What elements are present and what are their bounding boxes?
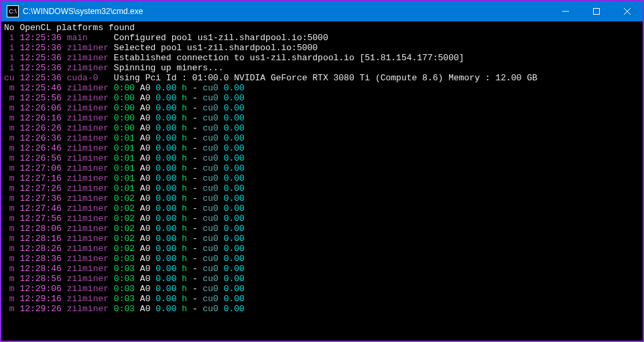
hashrate: 0.00 xyxy=(155,123,182,133)
elapsed: 0:03 xyxy=(114,264,140,274)
elapsed: 0:02 xyxy=(114,224,140,234)
cpu-hash: 0.00 xyxy=(224,183,245,193)
log-time: 12:25:36 xyxy=(19,73,66,83)
cpu-hash: 0.00 xyxy=(224,83,245,93)
sep: - xyxy=(192,284,203,294)
hash-unit: h xyxy=(182,304,192,314)
log-logger: zilminer xyxy=(67,213,114,224)
cpu-hash: 0.00 xyxy=(224,234,245,244)
elapsed: 0:01 xyxy=(114,163,140,173)
log-time: 12:25:36 xyxy=(19,43,66,53)
log-time: 12:28:56 xyxy=(19,274,66,284)
log-tag: m xyxy=(4,203,19,213)
cpu-id: cu0 xyxy=(203,244,224,254)
log-logger: zilminer xyxy=(67,123,114,133)
terminal-output[interactable]: No OpenCL platforms found i 12:25:36 mai… xyxy=(1,21,643,342)
log-line: No OpenCL platforms found xyxy=(4,23,640,33)
minimize-button[interactable] xyxy=(550,1,581,21)
log-tag: m xyxy=(4,93,19,103)
accepted: A0 xyxy=(140,143,155,153)
accepted: A0 xyxy=(140,234,155,244)
hash-unit: h xyxy=(182,193,192,203)
sep: - xyxy=(192,244,203,254)
elapsed: 0:02 xyxy=(114,234,140,244)
log-tag: m xyxy=(4,284,19,294)
cpu-hash: 0.00 xyxy=(224,133,245,143)
hash-unit: h xyxy=(182,113,192,123)
cpu-id: cu0 xyxy=(203,213,224,224)
hashrate: 0.00 xyxy=(155,113,182,123)
log-time: 12:29:26 xyxy=(19,304,66,314)
cmd-icon-glyph: C:\ xyxy=(9,8,17,15)
sep: - xyxy=(192,203,203,213)
log-logger: zilminer xyxy=(67,173,114,183)
hashrate: 0.00 xyxy=(155,183,182,193)
log-time: 12:29:06 xyxy=(19,284,66,294)
log-line: m 12:28:26 zilminer 0:02 A0 0.00 h - cu0… xyxy=(4,244,640,254)
log-logger: zilminer xyxy=(67,43,114,53)
log-time: 12:27:26 xyxy=(19,183,66,193)
sep: - xyxy=(192,113,203,123)
elapsed: 0:03 xyxy=(114,304,140,314)
log-line: m 12:26:36 zilminer 0:01 A0 0.00 h - cu0… xyxy=(4,133,640,143)
cpu-hash: 0.00 xyxy=(224,284,245,294)
log-tag: m xyxy=(4,123,19,133)
cpu-id: cu0 xyxy=(203,163,224,173)
log-line: m 12:28:16 zilminer 0:02 A0 0.00 h - cu0… xyxy=(4,234,640,244)
log-logger: zilminer xyxy=(67,234,114,244)
accepted: A0 xyxy=(140,163,155,173)
log-time: 12:27:56 xyxy=(19,213,66,224)
hashrate: 0.00 xyxy=(155,274,182,284)
cpu-hash: 0.00 xyxy=(224,153,245,163)
log-line: m 12:27:16 zilminer 0:01 A0 0.00 h - cu0… xyxy=(4,173,640,183)
hash-unit: h xyxy=(182,254,192,264)
log-line: m 12:26:16 zilminer 0:00 A0 0.00 h - cu0… xyxy=(4,113,640,123)
accepted: A0 xyxy=(140,103,155,113)
hash-unit: h xyxy=(182,183,192,193)
cpu-id: cu0 xyxy=(203,304,224,314)
hashrate: 0.00 xyxy=(155,234,182,244)
log-logger: zilminer xyxy=(67,103,114,113)
log-time: 12:27:46 xyxy=(19,203,66,213)
accepted: A0 xyxy=(140,173,155,183)
log-line: i 12:25:36 main Configured pool us1-zil.… xyxy=(4,33,640,43)
sep: - xyxy=(192,193,203,203)
cpu-id: cu0 xyxy=(203,294,224,304)
cpu-hash: 0.00 xyxy=(224,103,245,113)
hash-unit: h xyxy=(182,264,192,274)
log-time: 12:28:36 xyxy=(19,254,66,264)
cpu-hash: 0.00 xyxy=(224,123,245,133)
cpu-hash: 0.00 xyxy=(224,264,245,274)
hash-unit: h xyxy=(182,93,192,103)
sep: - xyxy=(192,264,203,274)
hash-unit: h xyxy=(182,133,192,143)
sep: - xyxy=(192,254,203,264)
cpu-hash: 0.00 xyxy=(224,304,245,314)
accepted: A0 xyxy=(140,264,155,274)
accepted: A0 xyxy=(140,213,155,224)
log-msg: Selected pool us1-zil.shardpool.io:5000 xyxy=(114,43,318,53)
maximize-button[interactable] xyxy=(581,1,612,21)
sep: - xyxy=(192,103,203,113)
sep: - xyxy=(192,153,203,163)
log-time: 12:25:46 xyxy=(19,83,66,93)
cpu-id: cu0 xyxy=(203,254,224,264)
elapsed: 0:02 xyxy=(114,244,140,254)
log-logger: zilminer xyxy=(67,183,114,193)
hashrate: 0.00 xyxy=(155,284,182,294)
log-logger: zilminer xyxy=(67,83,114,93)
cpu-hash: 0.00 xyxy=(224,213,245,224)
hashrate: 0.00 xyxy=(155,103,182,113)
log-msg: Configured pool us1-zil.shardpool.io:500… xyxy=(114,33,328,43)
elapsed: 0:01 xyxy=(114,143,140,153)
cpu-id: cu0 xyxy=(203,203,224,213)
close-button[interactable] xyxy=(612,1,643,21)
log-line: m 12:29:16 zilminer 0:03 A0 0.00 h - cu0… xyxy=(4,294,640,304)
log-logger: zilminer xyxy=(67,113,114,123)
hash-unit: h xyxy=(182,224,192,234)
titlebar[interactable]: C:\ C:\WINDOWS\system32\cmd.exe xyxy=(1,1,643,21)
cpu-id: cu0 xyxy=(203,274,224,284)
sep: - xyxy=(192,83,203,93)
cpu-id: cu0 xyxy=(203,83,224,93)
log-line: m 12:26:56 zilminer 0:01 A0 0.00 h - cu0… xyxy=(4,153,640,163)
